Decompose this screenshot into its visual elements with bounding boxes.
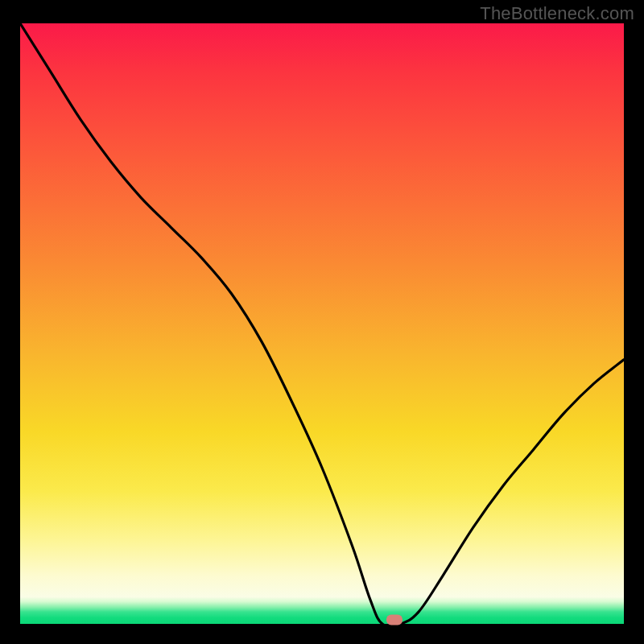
- gradient-plot-area: [20, 23, 624, 624]
- optimal-marker: [386, 615, 402, 625]
- watermark-text: TheBottleneck.com: [480, 3, 634, 24]
- chart-frame: TheBottleneck.com: [0, 0, 644, 644]
